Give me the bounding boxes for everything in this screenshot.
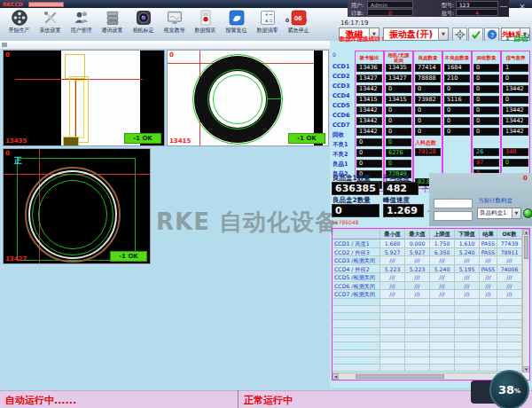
mode-indicator: 自动 xyxy=(513,34,528,43)
comm-settings-button[interactable]: 通讯设置 xyxy=(97,9,128,40)
chevron-down-icon[interactable]: ▼ xyxy=(438,28,448,40)
cam3-id: 0 xyxy=(5,150,10,157)
top-table-column: 板卡输出134361342713442134151344213442134420… xyxy=(355,51,384,192)
minimize-button[interactable]: — xyxy=(497,2,511,12)
scroll-up-icon[interactable]: ▲ xyxy=(523,229,529,235)
empty-cell xyxy=(380,306,405,313)
confirm-mini-button[interactable] xyxy=(468,27,483,42)
top-table-cell: 13442 xyxy=(502,106,529,116)
result-cell: CCD1 / 高度1 xyxy=(332,239,380,248)
empty-cell xyxy=(497,357,522,365)
value-box: 0 xyxy=(386,85,411,93)
cam3-result-badge: -1 OK xyxy=(110,251,147,262)
top-table-row-label: CCD1 xyxy=(332,62,355,72)
box2-count-value: 0 xyxy=(332,204,379,217)
top-table-cell: 77414 xyxy=(414,64,442,74)
top-table-row-label: CCD7 xyxy=(332,121,355,130)
bottom-table-body: 最小值最大值上限值下限值结果OK数CCD1 / 高度11.6800.0001.7… xyxy=(332,229,522,373)
top-table-column: 不良品数量168421005116000 xyxy=(442,51,472,187)
empty-cell xyxy=(480,313,497,320)
start-production-button[interactable]: 开始生产 xyxy=(4,9,35,40)
scroll-down-icon[interactable]: ▼ xyxy=(523,366,529,373)
tray-input-2[interactable] xyxy=(434,211,473,221)
alarm-reset-button[interactable]: 报警复位 xyxy=(221,9,252,40)
empty-cell xyxy=(380,335,405,342)
top-table-column-header: 回收数量 xyxy=(473,51,500,63)
top-table-cell: 13442 xyxy=(356,85,383,95)
top-table-cell: 0 xyxy=(473,128,500,137)
top-table-cell: 0 xyxy=(443,128,471,137)
result-cell: /// xyxy=(497,256,522,265)
tray-input-1[interactable] xyxy=(434,199,473,208)
top-table-row-label: CCD5 xyxy=(332,101,355,111)
bottom-table: 最小值最大值上限值下限值结果OK数CCD1 / 高度11.6800.0001.7… xyxy=(332,228,530,381)
camera-view-3[interactable]: 正 0 13427 -1 OK xyxy=(3,148,151,264)
cam2-id: 0 xyxy=(169,51,174,59)
camera-view-1[interactable]: 0 13435 -1 OK xyxy=(3,50,165,146)
tray-dropdown[interactable]: 良品料盒1 ▼ xyxy=(477,208,521,219)
result-cell: CCD4 / 外径2 xyxy=(332,265,380,274)
top-table-cell: 1684 xyxy=(443,64,471,74)
value-box: 78888 xyxy=(415,75,441,82)
top-table-cell: 13435 xyxy=(385,64,412,74)
top-table-cell: 13442 xyxy=(502,128,529,137)
vscroll-thumb[interactable] xyxy=(524,236,528,259)
cam2-dark-strip xyxy=(314,51,323,145)
result-cell: CCD2 / 外径3 xyxy=(332,248,380,257)
toolbar-label: 数据报表 xyxy=(195,27,216,35)
result-cell: /// xyxy=(380,282,405,291)
vibrator-dropdown[interactable]: 振动盘(开) ▼ xyxy=(383,27,449,41)
empty-cell xyxy=(405,313,430,320)
user-management-button[interactable]: 用户管理 xyxy=(66,9,97,40)
system-settings-button[interactable]: 系统设置 xyxy=(35,9,66,40)
value-box: 0 xyxy=(356,149,382,157)
emergency-stop-button[interactable]: 06 紧急停止 xyxy=(283,9,314,40)
box1-count-value: 636385 xyxy=(332,182,379,195)
app-grid-icon[interactable] xyxy=(2,43,7,47)
cam2-measure-tick xyxy=(267,98,283,99)
toolbar-label: 用户管理 xyxy=(71,27,92,35)
result-cell: 5.927 xyxy=(380,248,405,257)
check-icon xyxy=(471,29,481,40)
top-table-row-label: CCD4 xyxy=(332,91,355,101)
top-table-cell: 0 xyxy=(356,160,383,169)
data-clear-button[interactable]: +−×= 数据清零 xyxy=(252,9,283,40)
toolbar-label: 开始生产 xyxy=(9,27,30,35)
top-table-cell xyxy=(502,137,529,147)
close-button[interactable]: × xyxy=(515,2,529,12)
top-table-row-label: CCD3 xyxy=(332,82,355,91)
result-row: CCD4 / 外径25.2235.2235.2405.195PASS74006 xyxy=(332,265,522,274)
vision-teach-button[interactable]: 视觉教导 xyxy=(159,9,190,40)
result-cell: /// xyxy=(480,282,497,291)
data-report-button[interactable]: 数据报表 xyxy=(190,9,221,40)
scroll-left-icon[interactable]: ◀ xyxy=(332,373,339,380)
result-cell: 5.240 xyxy=(455,248,480,257)
top-table-cell xyxy=(443,157,471,167)
gear-icon xyxy=(455,29,466,40)
top-table-cell: 0 xyxy=(502,159,529,169)
chevron-down-icon[interactable]: ▼ xyxy=(512,208,520,218)
settings-mini-button[interactable] xyxy=(452,27,467,42)
help-mini-button[interactable]: ? xyxy=(484,27,499,42)
top-table-cell: 73982 xyxy=(414,96,442,106)
empty-row xyxy=(332,299,522,306)
value-box: 0 xyxy=(444,106,470,114)
empty-cell xyxy=(405,342,430,349)
value-box: 0 xyxy=(386,160,411,168)
camera-calibration-button[interactable]: 相机标定 xyxy=(128,9,159,40)
hscroll-thumb[interactable] xyxy=(356,374,444,379)
result-cell: /// xyxy=(497,282,522,291)
result-cell: /// xyxy=(430,256,455,265)
top-table-cell xyxy=(443,147,471,157)
top-table-cell: 0 xyxy=(385,138,412,148)
empty-cell xyxy=(497,299,522,306)
top-table-cell: 26 xyxy=(473,148,500,158)
svg-text:=: = xyxy=(269,18,272,24)
tools-icon xyxy=(42,9,59,27)
memory-usage-ball[interactable]: 38 % xyxy=(489,370,529,408)
svg-text:?: ? xyxy=(490,32,494,38)
camera-view-2[interactable]: 0 13415 -1 OK xyxy=(167,50,329,146)
empty-cell xyxy=(332,357,380,365)
vertical-scrollbar[interactable]: ▲ ▼ xyxy=(522,229,529,373)
empty-cell xyxy=(455,328,480,335)
